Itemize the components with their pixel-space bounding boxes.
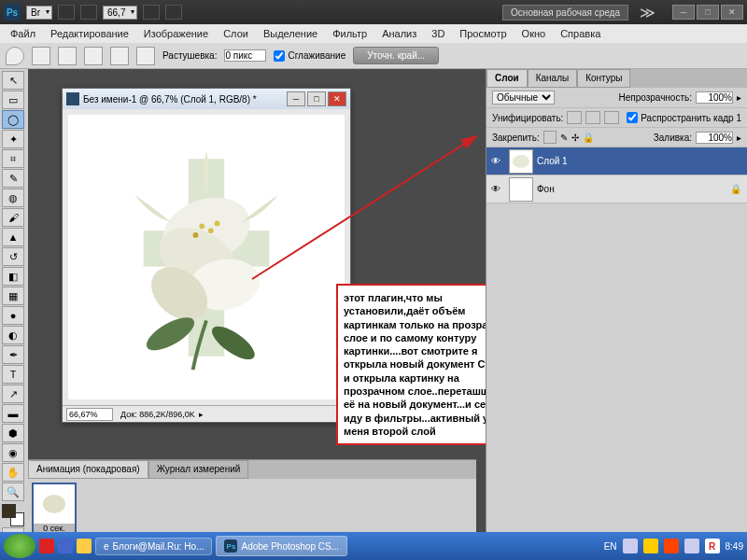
minimize-button[interactable]: ─ bbox=[672, 5, 695, 20]
clock[interactable]: 8:49 bbox=[726, 541, 743, 552]
doc-minimize[interactable]: ─ bbox=[287, 91, 305, 106]
workspace-switcher[interactable]: Основная рабочая среда bbox=[502, 5, 628, 21]
eraser-tool[interactable]: ◧ bbox=[2, 267, 24, 286]
tray-icon[interactable] bbox=[684, 539, 699, 553]
history-brush-tool[interactable]: ↺ bbox=[2, 247, 24, 266]
doc-info-arrow-icon[interactable]: ▸ bbox=[199, 410, 204, 419]
stamp-tool[interactable]: ▲ bbox=[2, 228, 24, 246]
selection-mode-add[interactable] bbox=[84, 47, 103, 65]
propagate-checkbox[interactable] bbox=[627, 112, 638, 123]
layer-thumb[interactable] bbox=[509, 177, 533, 202]
blend-mode-dropdown[interactable]: Обычные bbox=[492, 91, 555, 105]
quick-launch-icon[interactable] bbox=[39, 539, 54, 553]
hand-tool[interactable]: ✋ bbox=[2, 463, 24, 482]
tab-layers[interactable]: Слои bbox=[486, 69, 528, 88]
unify-pos-icon[interactable] bbox=[567, 111, 582, 124]
quick-launch-icon[interactable] bbox=[58, 539, 73, 553]
3d-cam-tool[interactable]: ◉ bbox=[2, 443, 24, 462]
layer-thumb[interactable] bbox=[509, 149, 533, 174]
start-button[interactable] bbox=[4, 534, 35, 558]
gradient-tool[interactable]: ▦ bbox=[2, 287, 24, 305]
antialias-checkbox[interactable] bbox=[274, 50, 285, 62]
lock-transparent-icon[interactable] bbox=[543, 131, 557, 144]
tray-avira-icon[interactable]: R bbox=[705, 539, 720, 553]
tab-paths[interactable]: Контуры bbox=[577, 69, 630, 88]
close-button[interactable]: ✕ bbox=[721, 5, 743, 20]
layer-row-active[interactable]: 👁 Слой 1 bbox=[486, 147, 747, 175]
fill-label: Заливка: bbox=[654, 133, 692, 143]
unify-vis-icon[interactable] bbox=[585, 111, 600, 124]
maximize-button[interactable]: □ bbox=[697, 5, 719, 20]
marquee-tool[interactable]: ▭ bbox=[2, 91, 24, 109]
tab-animation[interactable]: Анимация (покадровая) bbox=[28, 460, 148, 479]
layer-row-bg[interactable]: 👁 Фон 🔒 bbox=[486, 175, 747, 203]
bridge-dropdown[interactable]: Br bbox=[26, 6, 52, 20]
tab-channels[interactable]: Каналы bbox=[528, 69, 578, 88]
menu-image[interactable]: Изображение bbox=[137, 26, 215, 41]
menu-window[interactable]: Окно bbox=[515, 26, 553, 41]
menu-filter[interactable]: Фильтр bbox=[326, 26, 374, 41]
menu-layer[interactable]: Слои bbox=[217, 26, 255, 41]
lock-position-icon[interactable]: ✢ bbox=[571, 133, 579, 143]
tray-icon[interactable] bbox=[643, 539, 658, 553]
canvas[interactable] bbox=[68, 115, 345, 399]
menu-file[interactable]: Файл bbox=[4, 26, 42, 41]
unify-style-icon[interactable] bbox=[604, 111, 619, 124]
menu-help[interactable]: Справка bbox=[554, 26, 607, 41]
expand-icon[interactable]: ≫ bbox=[640, 4, 655, 21]
visibility-icon[interactable]: 👁 bbox=[486, 184, 505, 194]
wand-tool[interactable]: ✦ bbox=[2, 130, 24, 148]
tray-icon[interactable] bbox=[664, 539, 679, 553]
visibility-icon[interactable]: 👁 bbox=[486, 156, 505, 166]
dodge-tool[interactable]: ◐ bbox=[2, 326, 24, 344]
quick-launch-icon[interactable] bbox=[77, 539, 92, 553]
selection-mode-new[interactable] bbox=[58, 47, 77, 65]
lasso-icon[interactable] bbox=[6, 47, 24, 65]
lasso-preset-icon[interactable] bbox=[32, 47, 50, 65]
shape-tool[interactable]: ▬ bbox=[2, 404, 24, 423]
view-icon[interactable] bbox=[143, 5, 160, 20]
refine-edge-button[interactable]: Уточн. край... bbox=[353, 47, 439, 64]
tab-measurement-log[interactable]: Журнал измерений bbox=[148, 460, 249, 479]
type-tool[interactable]: T bbox=[2, 365, 24, 384]
selection-mode-sub[interactable] bbox=[110, 47, 129, 65]
menu-edit[interactable]: Редактирование bbox=[44, 26, 135, 41]
tray-icon[interactable] bbox=[623, 539, 638, 553]
zoom-icon[interactable] bbox=[80, 5, 97, 20]
taskbar-item-photoshop[interactable]: PsAdobe Photoshop CS... bbox=[216, 536, 347, 556]
eyedropper-tool[interactable]: ✎ bbox=[2, 169, 24, 188]
feather-input[interactable] bbox=[224, 49, 266, 62]
brush-tool[interactable]: 🖌 bbox=[2, 208, 24, 227]
color-swatches[interactable] bbox=[2, 504, 24, 526]
3d-tool[interactable]: ⬢ bbox=[2, 424, 24, 442]
pen-tool[interactable]: ✒ bbox=[2, 345, 24, 364]
taskbar-item-browser[interactable]: eБлоги@Mail.Ru: Но... bbox=[95, 538, 212, 555]
fill-arrow-icon[interactable]: ▸ bbox=[737, 133, 741, 143]
lock-all-icon[interactable]: 🔒 bbox=[583, 133, 594, 143]
opacity-input[interactable] bbox=[696, 91, 733, 104]
animation-frame[interactable]: 0 сек. bbox=[32, 483, 77, 535]
lasso-tool[interactable]: ◯ bbox=[2, 110, 24, 129]
move-tool[interactable]: ↖ bbox=[2, 71, 24, 90]
menu-select[interactable]: Выделение bbox=[257, 26, 324, 41]
menu-view[interactable]: Просмотр bbox=[453, 26, 513, 41]
ps-icon: Ps bbox=[224, 539, 237, 553]
zoom-tool[interactable]: 🔍 bbox=[2, 483, 24, 501]
menu-3d[interactable]: 3D bbox=[425, 26, 451, 41]
screen-mode-icon[interactable] bbox=[165, 5, 182, 20]
doc-maximize[interactable]: □ bbox=[307, 91, 326, 106]
healing-tool[interactable]: ◍ bbox=[2, 189, 24, 207]
fill-input[interactable] bbox=[696, 132, 733, 144]
selection-mode-intersect[interactable] bbox=[136, 47, 155, 65]
lock-pixels-icon[interactable]: ✎ bbox=[560, 133, 568, 143]
path-tool[interactable]: ↗ bbox=[2, 385, 24, 403]
opacity-arrow-icon[interactable]: ▸ bbox=[737, 92, 741, 103]
hand-icon[interactable] bbox=[58, 5, 75, 20]
menu-analysis[interactable]: Анализ bbox=[375, 26, 423, 41]
lang-indicator[interactable]: EN bbox=[604, 541, 617, 552]
doc-close[interactable]: ✕ bbox=[328, 91, 346, 106]
crop-tool[interactable]: ⌗ bbox=[2, 149, 24, 168]
blur-tool[interactable]: ● bbox=[2, 306, 24, 325]
zoom-dropdown[interactable]: 66,7 bbox=[103, 6, 137, 20]
zoom-input[interactable] bbox=[66, 408, 113, 421]
